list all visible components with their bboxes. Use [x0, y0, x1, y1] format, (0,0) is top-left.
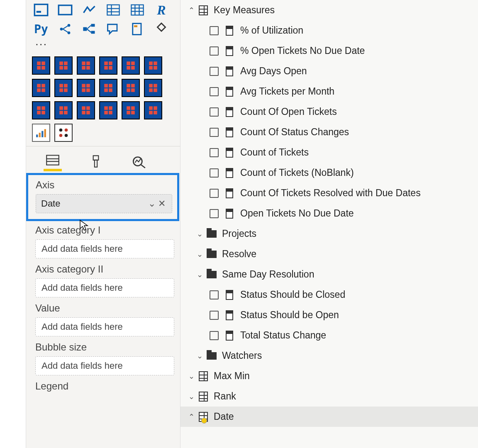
- table-visual-icon[interactable]: [104, 2, 122, 18]
- custom-visual-tile[interactable]: [32, 79, 50, 97]
- svg-point-104: [65, 134, 68, 137]
- drop-zone[interactable]: Add data fields here: [35, 356, 174, 375]
- custom-visual-tile[interactable]: [54, 56, 73, 75]
- table-node-rank[interactable]: ⌄ Rank: [180, 386, 478, 407]
- folder-node-same-day[interactable]: ⌄ Same Day Resolution: [180, 264, 478, 285]
- svg-rect-84: [86, 111, 90, 114]
- checkbox[interactable]: [210, 148, 219, 157]
- chevron-down-icon[interactable]: ⌄: [147, 198, 157, 209]
- remove-field-icon[interactable]: ✕: [157, 198, 167, 209]
- measure-item[interactable]: Status Should be Closed: [180, 285, 478, 305]
- more-visuals-ellipsis[interactable]: ···: [26, 37, 180, 53]
- measure-item[interactable]: Total Status Change: [180, 325, 478, 346]
- measure-item[interactable]: Avg Days Open: [180, 61, 478, 81]
- checkbox[interactable]: [210, 107, 219, 117]
- drop-zone[interactable]: Add data fields here: [35, 317, 174, 336]
- field-pill-date[interactable]: Date ⌄ ✕: [36, 194, 172, 213]
- qa-visual-icon[interactable]: [104, 21, 122, 37]
- checkbox[interactable]: [210, 87, 219, 96]
- folder-node-projects[interactable]: ⌄ Projects: [180, 224, 478, 244]
- format-tab[interactable]: [87, 151, 105, 171]
- svg-rect-26: [41, 61, 45, 65]
- custom-visual-tile[interactable]: [122, 79, 140, 97]
- visualizations-panel: R Py ···: [26, 0, 180, 448]
- checkbox[interactable]: [210, 209, 219, 218]
- analytics-tab[interactable]: [130, 151, 148, 171]
- custom-visual-tile[interactable]: [32, 124, 50, 142]
- svg-rect-66: [131, 84, 135, 88]
- custom-visual-tile[interactable]: [32, 56, 50, 75]
- measure-icon: [224, 107, 234, 117]
- svg-rect-96: [154, 111, 157, 114]
- svg-rect-37: [104, 61, 108, 65]
- custom-visual-tile[interactable]: [32, 101, 50, 119]
- checkbox[interactable]: [210, 128, 219, 137]
- table-node-key-measures[interactable]: ⌃ Key Measures: [180, 0, 478, 20]
- decomposition-tree-icon[interactable]: [80, 21, 98, 37]
- svg-point-101: [59, 129, 63, 132]
- matrix-visual-icon[interactable]: [128, 2, 146, 18]
- measure-item[interactable]: Count Of Tickets Resolved with Due Dates: [180, 183, 478, 203]
- custom-visual-icon[interactable]: [152, 21, 171, 37]
- custom-visual-tile[interactable]: [122, 101, 140, 119]
- drop-zone[interactable]: Add data fields here: [35, 278, 174, 297]
- multirow-card-icon[interactable]: [56, 2, 74, 18]
- custom-visual-tile[interactable]: [144, 79, 162, 97]
- custom-visual-tile[interactable]: [54, 79, 73, 97]
- checkbox[interactable]: [210, 168, 219, 178]
- viz-type-row-1: R: [26, 0, 180, 18]
- folder-node-resolve[interactable]: ⌄ Resolve: [180, 244, 478, 264]
- card-visual-icon[interactable]: [32, 2, 50, 18]
- checkbox[interactable]: [210, 290, 219, 299]
- measure-item[interactable]: % Open Tickets No Due Date: [180, 41, 478, 61]
- r-visual-icon[interactable]: R: [152, 2, 171, 18]
- custom-visual-tile[interactable]: [122, 56, 140, 75]
- measure-item[interactable]: Count of Tickets (NoBlank): [180, 163, 478, 183]
- custom-visual-tile[interactable]: [144, 101, 162, 119]
- custom-visual-tile[interactable]: [77, 79, 95, 97]
- custom-visual-tile[interactable]: [99, 56, 117, 75]
- measure-item[interactable]: Status Should be Open: [180, 305, 478, 325]
- folder-node-watchers[interactable]: ⌄ Watchers: [180, 346, 478, 366]
- custom-visual-tile[interactable]: [77, 56, 95, 75]
- measure-item[interactable]: Avg Tickets per Month: [180, 81, 478, 102]
- checkbox[interactable]: [210, 331, 219, 340]
- custom-visual-tile[interactable]: [99, 101, 117, 119]
- svg-point-102: [65, 129, 68, 132]
- table-node-maxmin[interactable]: ⌄ Max Min: [180, 366, 478, 386]
- custom-visual-tile[interactable]: [99, 79, 117, 97]
- measure-item[interactable]: Count Of Status Changes: [180, 122, 478, 142]
- expand-icon: ⌄: [194, 250, 205, 259]
- custom-visual-tile[interactable]: [77, 101, 95, 119]
- svg-rect-79: [59, 111, 63, 114]
- paginated-report-icon[interactable]: [128, 21, 146, 37]
- svg-rect-47: [149, 66, 153, 70]
- measure-item[interactable]: Open Tickets No Due Date: [180, 203, 478, 224]
- measure-item[interactable]: % of Utilization: [180, 20, 478, 41]
- custom-visual-tile[interactable]: [144, 56, 162, 75]
- python-visual-icon[interactable]: Py: [32, 21, 50, 37]
- well-label-value: Value: [35, 302, 174, 314]
- checkbox[interactable]: [210, 26, 219, 35]
- measure-item[interactable]: Count of Tickets: [180, 142, 478, 163]
- svg-rect-18: [91, 24, 95, 27]
- checkbox[interactable]: [210, 46, 219, 56]
- folder-label: Watchers: [222, 350, 262, 361]
- checkbox[interactable]: [210, 311, 219, 320]
- key-influencers-icon[interactable]: [56, 21, 74, 37]
- kpi-visual-icon[interactable]: [80, 2, 98, 18]
- svg-rect-1: [37, 11, 41, 13]
- drop-zone[interactable]: Add data fields here: [35, 239, 174, 258]
- measure-item[interactable]: Count Of Open Tickets: [180, 102, 478, 122]
- svg-rect-74: [41, 106, 45, 110]
- svg-rect-108: [93, 156, 99, 160]
- table-icon: [197, 412, 210, 422]
- checkbox[interactable]: [210, 189, 219, 198]
- table-node-date[interactable]: ⌃ Date: [180, 407, 478, 427]
- custom-visual-tile[interactable]: [54, 101, 73, 119]
- custom-visual-tile[interactable]: [54, 124, 73, 142]
- svg-rect-52: [41, 88, 45, 92]
- svg-line-20: [87, 25, 91, 29]
- checkbox[interactable]: [210, 67, 219, 76]
- fields-tab[interactable]: [44, 151, 62, 171]
